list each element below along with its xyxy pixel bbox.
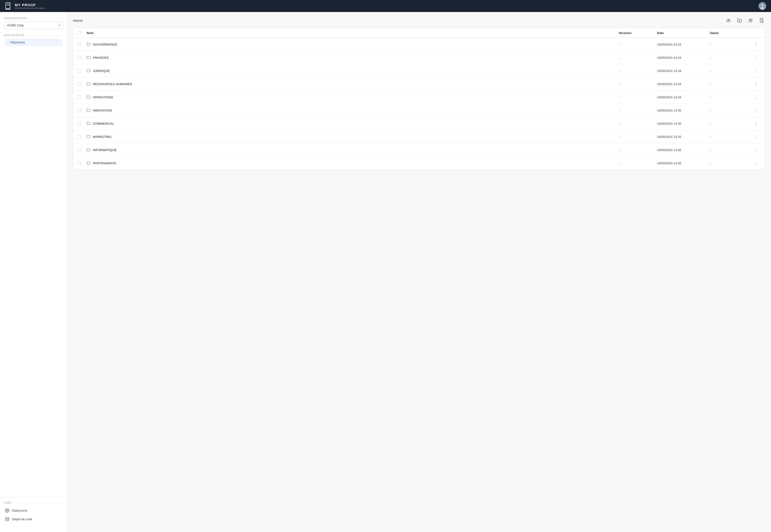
table-row[interactable]: FINANCES - 16/09/2024 14:34 - ⋮ — [73, 51, 765, 64]
row-statut: - — [708, 92, 751, 102]
row-checkbox[interactable] — [77, 148, 81, 152]
row-menu-button[interactable]: ⋮ — [753, 107, 760, 114]
row-versions: - — [617, 79, 655, 89]
datarooms-label: Datarooms — [12, 509, 27, 512]
row-checkbox[interactable] — [77, 95, 81, 99]
row-date: 16/09/2024 14:35 — [655, 132, 708, 142]
row-checkbox[interactable] — [77, 122, 81, 125]
folder-icon — [87, 148, 90, 152]
table-row[interactable]: PARTENARIATS - 16/09/2024 14:35 - ⋮ — [73, 157, 765, 170]
row-checkbox[interactable] — [77, 82, 81, 86]
create-folder-button[interactable] — [736, 17, 743, 24]
navbar: MY PROOF Shield and stream the spark — [0, 0, 771, 12]
table-row[interactable]: INFORMATIQUE - 16/09/2024 14:35 - ⋮ — [73, 143, 765, 157]
row-menu-button[interactable]: ⋮ — [753, 94, 760, 100]
table-body: GOUVERNANCE - 16/09/2024 14:34 - ⋮ FINAN… — [73, 38, 765, 170]
row-versions: - — [617, 132, 655, 142]
sidebar-item-repertoire[interactable]: › Répertoire — [5, 39, 62, 46]
row-statut: - — [708, 145, 751, 155]
vues-section: Vues Datarooms — [0, 497, 67, 527]
table-row[interactable]: GOUVERNANCE - 16/09/2024 14:34 - ⋮ — [73, 38, 765, 51]
explorateur-label: Explorateur — [4, 34, 63, 37]
row-checkbox[interactable] — [77, 69, 81, 73]
avatar[interactable] — [759, 2, 766, 10]
row-menu-button[interactable]: ⋮ — [753, 81, 760, 87]
col-actions — [751, 30, 763, 36]
sidebar-item-depot[interactable]: Dépôt de code — [4, 515, 63, 523]
row-statut: - — [708, 132, 751, 142]
row-date: 16/09/2024 14:34 — [655, 40, 708, 49]
svg-point-2 — [761, 4, 764, 6]
svg-line-7 — [7, 518, 7, 520]
row-date: 16/09/2024 14:35 — [655, 158, 708, 168]
row-name: GOUVERNANCE — [85, 39, 617, 50]
row-date: 16/09/2024 14:34 — [655, 66, 708, 76]
sidebar-item-datarooms[interactable]: Datarooms — [4, 506, 63, 515]
row-name: FINANCES — [85, 53, 617, 63]
row-statut: - — [708, 40, 751, 49]
row-menu-cell: ⋮ — [751, 104, 763, 117]
depot-label: Dépôt de code — [12, 517, 32, 521]
row-checkbox[interactable] — [77, 56, 81, 59]
folder-icon — [87, 95, 90, 99]
row-menu-button[interactable]: ⋮ — [753, 120, 760, 127]
row-checkbox[interactable] — [77, 108, 81, 112]
svg-point-3 — [760, 7, 765, 10]
row-date: 16/09/2024 14:34 — [655, 53, 708, 63]
row-name: JURIDIQUE — [85, 66, 617, 76]
row-date: 16/09/2024 14:35 — [655, 145, 708, 155]
row-menu-button[interactable]: ⋮ — [753, 133, 760, 140]
table-row[interactable]: MARKETING - 16/09/2024 14:35 - ⋮ — [73, 130, 765, 143]
table-row[interactable]: INNOVATION - 16/09/2024 14:35 - ⋮ — [73, 104, 765, 117]
file-table: Nom Versions Date Statut GOUVERNANCE - — [73, 28, 765, 170]
row-menu-button[interactable]: ⋮ — [753, 147, 760, 153]
table-row[interactable]: OPERATIONS - 16/09/2024 14:34 - ⋮ — [73, 91, 765, 104]
row-menu-cell: ⋮ — [751, 38, 763, 51]
table-row[interactable]: JURIDIQUE - 16/09/2024 14:34 - ⋮ — [73, 64, 765, 77]
row-checkbox[interactable] — [77, 161, 81, 165]
row-versions: - — [617, 158, 655, 168]
folder-icon — [87, 161, 90, 165]
row-menu-button[interactable]: ⋮ — [753, 54, 760, 61]
documents-button[interactable] — [758, 17, 765, 24]
row-versions: - — [617, 53, 655, 63]
chevron-down-icon: ▾ — [59, 24, 60, 27]
row-menu-cell: ⋮ — [751, 117, 763, 130]
row-menu-button[interactable]: ⋮ — [753, 160, 760, 166]
manage-users-button[interactable] — [747, 17, 754, 24]
row-menu-button[interactable]: ⋮ — [753, 41, 760, 48]
brand: MY PROOF Shield and stream the spark — [5, 2, 45, 10]
layout: Organisations ACME Corp. ▾ Explorateur ›… — [0, 12, 771, 532]
table-row[interactable]: RESSOURCES HUMAINES - 16/09/2024 14:34 -… — [73, 77, 765, 91]
row-menu-cell: ⋮ — [751, 51, 763, 64]
row-checkbox[interactable] — [77, 42, 81, 46]
org-select-value: ACME Corp. — [7, 24, 24, 27]
upload-cloud-button[interactable] — [725, 17, 732, 24]
row-name: INNOVATION — [85, 105, 617, 116]
organisations-label: Organisations — [4, 17, 63, 20]
row-checkbox-cell — [75, 66, 85, 76]
row-versions: - — [617, 92, 655, 102]
row-checkbox-cell — [75, 39, 85, 49]
row-menu-cell: ⋮ — [751, 91, 763, 104]
row-name: PARTENARIATS — [85, 158, 617, 168]
org-select-button[interactable]: ACME Corp. ▾ — [4, 22, 63, 29]
row-menu-button[interactable]: ⋮ — [753, 67, 760, 74]
col-statut: Statut — [708, 28, 751, 38]
avatar-image — [759, 2, 766, 10]
folder-icon — [87, 82, 90, 86]
row-menu-cell: ⋮ — [751, 130, 763, 143]
table-row[interactable]: COMMERCIAL - 16/09/2024 14:35 - ⋮ — [73, 117, 765, 130]
row-name: MARKETING — [85, 132, 617, 142]
row-name: RESSOURCES HUMAINES — [85, 79, 617, 89]
row-name: INFORMATIQUE — [85, 145, 617, 155]
col-versions: Versions — [617, 28, 655, 38]
col-date: Date — [655, 28, 708, 38]
select-all-checkbox[interactable] — [77, 31, 81, 35]
col-nom: Nom — [85, 28, 617, 38]
row-versions: - — [617, 119, 655, 129]
app-subtitle: Shield and stream the spark — [15, 7, 45, 9]
main-header: Home — [73, 17, 765, 24]
toolbar — [725, 17, 765, 24]
row-checkbox[interactable] — [77, 135, 81, 139]
